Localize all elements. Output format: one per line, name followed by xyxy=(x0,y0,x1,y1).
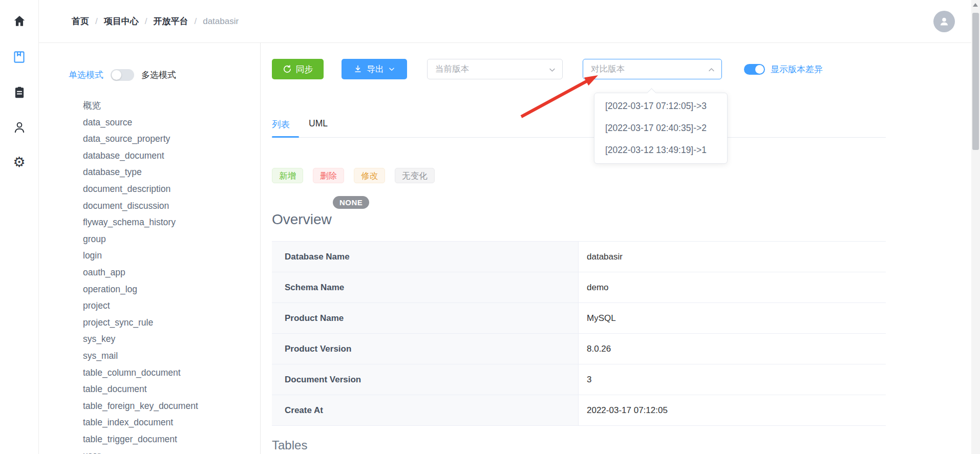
list-item[interactable]: login xyxy=(83,247,260,264)
list-item[interactable]: 概览 xyxy=(83,97,260,114)
list-item[interactable]: document_discussion xyxy=(83,198,260,214)
breadcrumb-separator: / xyxy=(194,16,197,27)
row-value: 8.0.26 xyxy=(579,334,886,364)
row-value: 2022-03-17 07:12:05 xyxy=(579,395,886,425)
icon-rail: ⚙ xyxy=(0,0,39,454)
row-label: Product Version xyxy=(272,334,579,364)
tab-uml[interactable]: UML xyxy=(309,118,328,137)
mode-toggle[interactable] xyxy=(111,69,134,81)
version-option[interactable]: [2022-03-17 07:12:05]->3 xyxy=(594,95,727,117)
row-value: databasir xyxy=(579,242,886,272)
list-item[interactable]: user xyxy=(83,447,260,454)
export-button[interactable]: 导出 xyxy=(342,59,407,79)
user-avatar[interactable] xyxy=(933,11,955,32)
list-item[interactable]: table_column_document xyxy=(83,364,260,381)
breadcrumb-separator: / xyxy=(145,16,147,27)
diff-legend: 新增 删除 修改 无变化 xyxy=(272,168,886,183)
table-row: Product Name MySQL xyxy=(272,303,886,334)
tables-title: Tables xyxy=(272,438,886,452)
table-row: Create At 2022-03-17 07:12:05 xyxy=(272,395,886,426)
export-button-label: 导出 xyxy=(367,63,384,75)
table-row: Document Version 3 xyxy=(272,364,886,395)
breadcrumb-separator: / xyxy=(95,16,98,27)
list-item[interactable]: table_foreign_key_document xyxy=(83,398,260,415)
version-dropdown: [2022-03-17 07:12:05]->3 [2022-03-17 02:… xyxy=(594,93,728,164)
list-item[interactable]: project_sync_rule xyxy=(83,314,260,331)
version-option[interactable]: [2022-03-12 13:49:19]->1 xyxy=(594,139,727,161)
list-item[interactable]: project xyxy=(83,297,260,314)
breadcrumb: 首页 / 项目中心 / 开放平台 / databasir xyxy=(72,15,239,27)
list-item[interactable]: operation_log xyxy=(83,281,260,298)
list-item[interactable]: data_source xyxy=(83,114,260,131)
legend-unchanged-badge: 无变化 xyxy=(395,168,435,183)
breadcrumb-item-projects[interactable]: 项目中心 xyxy=(104,15,139,27)
toggle-knob xyxy=(755,65,764,74)
book-icon[interactable] xyxy=(12,49,27,64)
row-value: demo xyxy=(579,272,886,302)
row-label: Database Name xyxy=(272,242,579,272)
refresh-icon xyxy=(283,64,292,74)
current-version-placeholder: 当前版本 xyxy=(435,63,469,75)
list-item[interactable]: flyway_schema_history xyxy=(83,214,260,231)
header: 首页 / 项目中心 / 开放平台 / databasir xyxy=(39,0,971,43)
row-label: Document Version xyxy=(272,364,579,395)
row-value: 3 xyxy=(579,364,886,395)
list-item[interactable]: database_type xyxy=(83,164,260,181)
overview-title: Overview xyxy=(272,211,886,228)
legend-modified-badge: 修改 xyxy=(354,168,385,183)
list-item[interactable]: sys_mail xyxy=(83,348,260,364)
scroll-up-arrow[interactable] xyxy=(973,3,978,7)
list-item[interactable]: group xyxy=(83,231,260,248)
row-label: Schema Name xyxy=(272,272,579,302)
row-label: Create At xyxy=(272,395,579,425)
chevron-down-icon xyxy=(388,66,395,73)
compare-version-select[interactable]: 对比版本 xyxy=(583,59,722,79)
home-icon[interactable] xyxy=(12,13,27,29)
single-mode-label: 单选模式 xyxy=(69,69,103,81)
scrollbar-thumb[interactable] xyxy=(972,13,979,150)
row-value: MySQL xyxy=(579,303,886,333)
current-version-select[interactable]: 当前版本 xyxy=(427,59,563,79)
diff-switch-group: 显示版本差异 xyxy=(744,63,823,75)
legend-added-badge: 新增 xyxy=(272,168,303,183)
list-item[interactable]: document_description xyxy=(83,181,260,198)
mode-switch-row: 单选模式 多选模式 xyxy=(69,68,260,82)
list-item[interactable]: table_index_document xyxy=(83,414,260,431)
download-icon xyxy=(353,64,363,74)
compare-version-placeholder: 对比版本 xyxy=(591,63,625,75)
user-icon[interactable] xyxy=(12,120,27,135)
breadcrumb-item-current: databasir xyxy=(203,16,239,27)
toggle-knob xyxy=(112,70,121,80)
table-sidebar: 单选模式 多选模式 概览 data_source data_source_pro… xyxy=(39,43,261,454)
breadcrumb-item-group[interactable]: 开放平台 xyxy=(153,15,188,27)
list-item[interactable]: table_trigger_document xyxy=(83,431,260,448)
row-label: Product Name xyxy=(272,303,579,333)
list-item[interactable]: table_document xyxy=(83,381,260,398)
multi-mode-label: 多选模式 xyxy=(141,69,176,81)
tab-list[interactable]: 列表 xyxy=(272,118,290,137)
chevron-down-icon xyxy=(548,66,556,74)
legend-removed-badge: 删除 xyxy=(313,168,344,183)
overview-table: Database Name databasir Schema Name demo… xyxy=(272,241,886,426)
tab-bar: 列表 UML xyxy=(272,118,886,138)
list-item[interactable]: sys_key xyxy=(83,331,260,348)
gear-icon[interactable]: ⚙ xyxy=(12,155,27,170)
sync-button[interactable]: 同步 xyxy=(272,59,324,79)
version-option[interactable]: [2022-03-17 02:40:35]->2 xyxy=(594,117,727,139)
show-diff-label: 显示版本差异 xyxy=(771,63,823,75)
clipboard-icon[interactable] xyxy=(12,85,27,100)
main-panel: 同步 导出 当前版本 对比版本 显示版本差异 列表 UML xyxy=(272,43,886,452)
list-item[interactable]: oauth_app xyxy=(83,264,260,281)
table-row: Product Version 8.0.26 xyxy=(272,334,886,364)
list-item[interactable]: database_document xyxy=(83,147,260,164)
show-diff-toggle[interactable] xyxy=(744,64,765,75)
table-row: Schema Name demo xyxy=(272,272,886,303)
chevron-up-icon xyxy=(708,66,715,74)
breadcrumb-item-home[interactable]: 首页 xyxy=(72,15,89,27)
sync-button-label: 同步 xyxy=(296,63,313,75)
vertical-scrollbar[interactable] xyxy=(971,0,980,454)
table-row: Database Name databasir xyxy=(272,242,886,272)
toolbar: 同步 导出 当前版本 对比版本 显示版本差异 xyxy=(272,59,886,79)
status-badge: NONE xyxy=(333,196,369,209)
list-item[interactable]: data_source_property xyxy=(83,131,260,147)
